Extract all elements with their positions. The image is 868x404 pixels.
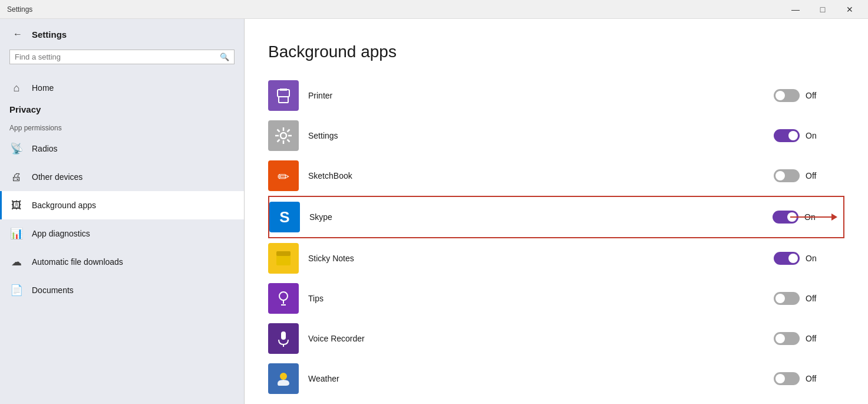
maximize-button[interactable]: □ <box>809 0 836 19</box>
window-title: Settings <box>5 5 782 14</box>
toggle-label-settings: On <box>806 131 823 140</box>
minimize-button[interactable]: — <box>782 0 809 19</box>
toggle-label-sketchbook: Off <box>806 171 823 180</box>
sidebar-item-home-label: Home <box>32 83 54 93</box>
title-bar: Settings — □ ✕ <box>0 0 868 19</box>
main-content: Background apps PrinterOff SettingsOn✏Sk… <box>245 19 868 404</box>
background-apps-icon: 🖼 <box>9 199 24 212</box>
app-name-printer: Printer <box>308 91 774 100</box>
app-body: ← Settings 🔍 ⌂ Home Privacy App permissi… <box>0 19 868 404</box>
sidebar-item-background-apps[interactable]: 🖼 Background apps <box>0 191 244 219</box>
toggle-label-tips: Off <box>806 294 823 303</box>
svg-point-21 <box>280 373 287 380</box>
auto-file-downloads-icon: ☁ <box>9 255 24 268</box>
svg-rect-15 <box>276 251 291 256</box>
app-name-settings: Settings <box>308 131 774 140</box>
toggle-area-printer: Off <box>774 89 844 102</box>
svg-text:✏: ✏ <box>278 169 289 185</box>
app-name-sticky-notes: Sticky Notes <box>308 254 774 263</box>
toggle-area-settings: On <box>774 129 844 142</box>
sidebar-item-other-devices-label: Other devices <box>32 172 82 182</box>
app-icon-tips <box>268 283 299 314</box>
toggle-area-tips: Off <box>774 292 844 305</box>
svg-line-8 <box>278 130 280 132</box>
back-button[interactable]: ← <box>9 26 26 42</box>
sidebar-item-radios[interactable]: 📡 Radios <box>0 134 244 163</box>
radios-icon: 📡 <box>9 142 24 155</box>
close-button[interactable]: ✕ <box>836 0 863 19</box>
sidebar: ← Settings 🔍 ⌂ Home Privacy App permissi… <box>0 19 245 404</box>
toggle-label-sticky-notes: On <box>806 254 823 263</box>
window-controls: — □ ✕ <box>782 0 863 19</box>
sidebar-item-app-diagnostics[interactable]: 📊 App diagnostics <box>0 219 244 248</box>
toggle-sticky-notes[interactable] <box>774 252 800 265</box>
app-row-voice-recorder: Voice RecorderOff <box>268 318 844 359</box>
app-row-skype: S SkypeOn <box>268 196 844 238</box>
svg-line-11 <box>278 140 280 142</box>
svg-point-3 <box>280 133 286 139</box>
svg-rect-2 <box>280 88 287 91</box>
sidebar-item-other-devices[interactable]: 🖨 Other devices <box>0 163 244 191</box>
sidebar-item-home[interactable]: ⌂ Home <box>0 74 244 102</box>
app-icon-printer <box>268 80 299 111</box>
app-list: PrinterOff SettingsOn✏SketchBookOff S Sk… <box>268 75 844 399</box>
search-box[interactable]: 🔍 <box>9 50 235 64</box>
app-row-weather: WeatherOff <box>268 359 844 399</box>
svg-point-16 <box>279 292 288 300</box>
app-name-voice-recorder: Voice Recorder <box>308 334 774 343</box>
app-name-weather: Weather <box>308 374 774 383</box>
sidebar-item-app-diagnostics-label: App diagnostics <box>32 229 90 238</box>
sidebar-item-background-apps-label: Background apps <box>32 201 96 210</box>
sidebar-item-documents-label: Documents <box>32 285 74 295</box>
app-icon-skype: S <box>269 202 300 232</box>
app-row-settings: SettingsOn <box>268 116 844 156</box>
app-name-sketchbook: SketchBook <box>308 171 774 180</box>
app-name-skype: Skype <box>309 212 773 222</box>
sidebar-item-auto-file-downloads[interactable]: ☁ Automatic file downloads <box>0 248 244 276</box>
sidebar-item-auto-file-downloads-label: Automatic file downloads <box>32 257 123 267</box>
app-icon-settings <box>268 120 299 151</box>
app-icon-sketchbook: ✏ <box>268 160 299 191</box>
sidebar-item-radios-label: Radios <box>32 144 58 153</box>
sidebar-title: Settings <box>32 29 67 40</box>
toggle-settings[interactable] <box>774 129 800 142</box>
toggle-label-voice-recorder: Off <box>806 334 823 343</box>
app-icon-voice-recorder <box>268 323 299 354</box>
toggle-weather[interactable] <box>774 372 800 385</box>
toggle-area-voice-recorder: Off <box>774 332 844 345</box>
app-row-sticky-notes: Sticky NotesOn <box>268 238 844 278</box>
svg-rect-19 <box>281 331 286 340</box>
svg-rect-1 <box>279 97 288 103</box>
app-icon-sticky-notes <box>268 243 299 274</box>
svg-line-9 <box>288 140 290 142</box>
search-icon: 🔍 <box>220 52 229 61</box>
skype-arrow-annotation <box>790 214 837 221</box>
app-permissions-label: App permissions <box>0 119 244 134</box>
toggle-voice-recorder[interactable] <box>774 332 800 345</box>
app-diagnostics-icon: 📊 <box>9 227 24 240</box>
toggle-tips[interactable] <box>774 292 800 305</box>
toggle-printer[interactable] <box>774 89 800 102</box>
other-devices-icon: 🖨 <box>9 171 24 183</box>
page-title: Background apps <box>268 42 844 61</box>
toggle-area-sticky-notes: On <box>774 252 844 265</box>
toggle-sketchbook[interactable] <box>774 169 800 182</box>
app-icon-weather <box>268 363 299 394</box>
app-row-tips: TipsOff <box>268 278 844 318</box>
app-row-sketchbook: ✏SketchBookOff <box>268 156 844 196</box>
home-icon: ⌂ <box>9 82 24 94</box>
toggle-label-weather: Off <box>806 374 823 383</box>
app-name-tips: Tips <box>308 294 774 303</box>
toggle-area-weather: Off <box>774 372 844 385</box>
toggle-label-printer: Off <box>806 91 823 100</box>
svg-text:S: S <box>279 208 289 226</box>
privacy-section-title: Privacy <box>0 102 244 119</box>
toggle-area-sketchbook: Off <box>774 169 844 182</box>
sidebar-header: ← Settings <box>0 19 244 47</box>
app-row-printer: PrinterOff <box>268 75 844 116</box>
search-input[interactable] <box>15 52 220 61</box>
svg-line-10 <box>288 130 290 132</box>
sidebar-item-documents[interactable]: 📄 Documents <box>0 276 244 304</box>
documents-icon: 📄 <box>9 284 24 297</box>
